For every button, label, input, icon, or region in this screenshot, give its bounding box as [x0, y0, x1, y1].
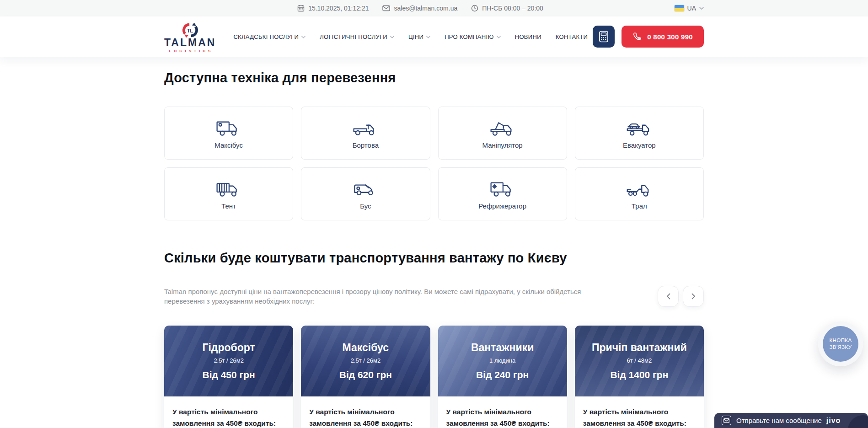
price-card-title: Максібус	[343, 342, 389, 354]
flatbed-truck-icon	[353, 117, 378, 137]
vehicle-card-low-loader[interactable]: Трал	[575, 167, 704, 220]
logo-tagline: LOGISTICS	[167, 49, 213, 53]
vehicle-label: Маніпулятор	[482, 141, 523, 149]
vehicle-card-flatbed[interactable]: Бортова	[301, 107, 430, 160]
ukraine-flag-icon	[675, 5, 684, 11]
chevron-down-icon	[301, 36, 305, 38]
topbar-email-text: sales@talman.com.ua	[394, 5, 457, 12]
carousel-controls	[658, 286, 704, 307]
chevron-down-icon	[699, 7, 704, 10]
vehicle-card-tow-truck[interactable]: Евакуатор	[575, 107, 704, 160]
chevron-right-icon	[691, 293, 696, 300]
chevron-left-icon	[666, 293, 670, 300]
price-card-price: Від 450 грн	[202, 369, 255, 380]
vehicle-card-refrigerator-truck[interactable]: Рефрижератор	[438, 167, 567, 220]
price-card-includes: У вартість мінімального замовлення за 45…	[301, 396, 430, 428]
nav-item-logistics-services[interactable]: ЛОГІСТИЧНІ ПОСЛУГИ	[320, 33, 394, 40]
vehicle-card-curtain-truck[interactable]: Тент	[164, 167, 293, 220]
phone-button[interactable]: 0 800 300 990	[622, 26, 704, 48]
price-card-price: Від 1400 грн	[610, 369, 668, 380]
price-card-includes: У вартість мінімального замовлення за 45…	[575, 396, 704, 428]
price-card-subtitle: 2.5т / 26м2	[351, 357, 381, 364]
price-card-hydroboard[interactable]: Гідроборт 2.5т / 26м2 Від 450 грн У варт…	[164, 326, 293, 428]
callback-label-line1: КНОПКА	[830, 337, 852, 344]
carousel-prev-button[interactable]	[658, 286, 679, 307]
pricing-description: Talman пропонує доступні ціни на вантажо…	[164, 287, 585, 306]
svg-text:TL: TL	[187, 28, 193, 33]
nav-item-news[interactable]: НОВИНИ	[515, 33, 541, 40]
price-card-includes: У вартість мінімального замовлення за 45…	[438, 396, 567, 428]
crane-truck-icon	[490, 117, 515, 137]
vehicle-card-van[interactable]: Бус	[301, 167, 430, 220]
van-icon	[353, 178, 378, 198]
price-card-loaders[interactable]: Вантажники 1 людина Від 240 грн У вартіс…	[438, 326, 567, 428]
chevron-down-icon	[426, 36, 430, 38]
price-card-subtitle: 2.5т / 26м2	[214, 357, 244, 364]
nav-label: ПРО КОМПАНІЮ	[445, 33, 494, 40]
calendar-icon	[297, 5, 305, 12]
price-card-title: Вантажники	[471, 342, 534, 354]
vehicle-label: Бортова	[353, 141, 379, 149]
phone-icon	[632, 32, 642, 42]
callback-label-line2: ЗВ'ЯЗКУ	[830, 344, 852, 351]
chat-widget-bar[interactable]: Отправьте нам сообщение jivo	[714, 413, 868, 428]
vehicle-label: Трал	[632, 202, 647, 210]
price-card-photo: Причіп вантажний 6т / 48м2 Від 1400 грн	[575, 326, 704, 396]
topbar: 15.10.2025, 01:12:21 sales@talman.com.ua…	[0, 0, 868, 16]
curtain-truck-icon	[216, 178, 241, 198]
price-card-cargo-trailer[interactable]: Причіп вантажний 6т / 48м2 Від 1400 грн …	[575, 326, 704, 428]
box-truck-icon	[216, 117, 241, 137]
vehicle-label: Рефрижератор	[478, 202, 526, 210]
pricing-section-title: Скільки буде коштувати транспортування в…	[164, 251, 704, 266]
vehicle-label: Максібус	[214, 141, 243, 149]
phone-number: 0 800 300 990	[647, 33, 693, 41]
nav-label: ЛОГІСТИЧНІ ПОСЛУГИ	[320, 33, 387, 40]
logo[interactable]: TL TALMAN LOGISTICS	[164, 21, 216, 53]
site-header: TL TALMAN LOGISTICS СКЛАДСЬКІ ПОСЛУГИ ЛО…	[0, 16, 868, 57]
main-nav: СКЛАДСЬКІ ПОСЛУГИ ЛОГІСТИЧНІ ПОСЛУГИ ЦІН…	[233, 33, 588, 40]
price-card-photo: Максібус 2.5т / 26м2 Від 620 грн	[301, 326, 430, 396]
price-card-title: Причіп вантажний	[592, 342, 687, 354]
refrigerator-truck-icon	[490, 178, 515, 198]
vehicle-label: Бус	[360, 202, 371, 210]
chat-widget-label: Отправьте нам сообщение	[736, 417, 822, 424]
vehicle-card-maxibus[interactable]: Максібус	[164, 107, 293, 160]
chat-envelope-icon	[722, 416, 731, 425]
price-card-price: Від 620 грн	[339, 369, 392, 380]
vehicle-card-crane-truck[interactable]: Маніпулятор	[438, 107, 567, 160]
nav-item-contacts[interactable]: КОНТАКТИ	[556, 33, 588, 40]
chevron-down-icon	[390, 36, 394, 38]
vehicle-label: Евакуатор	[623, 141, 656, 149]
nav-item-prices[interactable]: ЦІНИ	[408, 33, 430, 40]
language-label: UA	[687, 5, 696, 12]
carousel-next-button[interactable]	[683, 286, 704, 307]
price-card-subtitle: 6т / 48м2	[627, 357, 652, 364]
topbar-datetime-text: 15.10.2025, 01:12:21	[308, 5, 369, 12]
price-card-photo: Вантажники 1 людина Від 240 грн	[438, 326, 567, 396]
nav-item-about-company[interactable]: ПРО КОМПАНІЮ	[445, 33, 501, 40]
chevron-down-icon	[497, 36, 501, 38]
price-card-carousel: Гідроборт 2.5т / 26м2 Від 450 грн У варт…	[164, 326, 704, 428]
language-selector[interactable]: UA	[675, 0, 704, 16]
nav-label: КОНТАКТИ	[556, 33, 588, 40]
price-card-title: Гідроборт	[202, 342, 255, 354]
nav-label: СКЛАДСЬКІ ПОСЛУГИ	[233, 33, 299, 40]
nav-label: ЦІНИ	[408, 33, 423, 40]
topbar-hours: ПН-СБ 08:00 – 20:00	[471, 5, 543, 12]
clock-icon	[471, 5, 478, 12]
calculator-button[interactable]	[593, 26, 615, 48]
tow-truck-icon	[627, 117, 652, 137]
topbar-email[interactable]: sales@talman.com.ua	[382, 5, 457, 12]
vehicle-grid: Максібус Бортова Маніпулятор Евакуатор Т…	[164, 107, 704, 220]
logo-wordmark: TALMAN	[164, 37, 216, 48]
nav-label: НОВИНИ	[515, 33, 541, 40]
low-loader-truck-icon	[627, 178, 652, 198]
jivo-logo: jivo	[826, 417, 841, 425]
nav-item-warehouse-services[interactable]: СКЛАДСЬКІ ПОСЛУГИ	[233, 33, 305, 40]
topbar-hours-text: ПН-СБ 08:00 – 20:00	[482, 5, 543, 12]
price-card-maxibus[interactable]: Максібус 2.5т / 26м2 Від 620 грн У варті…	[301, 326, 430, 428]
callback-button-inner: КНОПКА ЗВ'ЯЗКУ	[823, 326, 858, 362]
price-card-photo: Гідроборт 2.5т / 26м2 Від 450 грн	[164, 326, 293, 396]
envelope-icon	[382, 5, 390, 11]
callback-button[interactable]: КНОПКА ЗВ'ЯЗКУ	[818, 321, 863, 366]
